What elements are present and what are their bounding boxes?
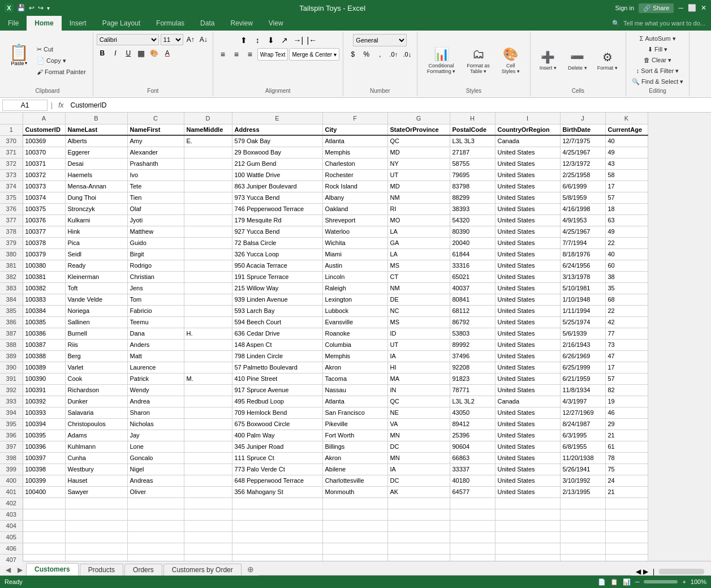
- table-row[interactable]: 403: [0, 509, 648, 520]
- table-cell[interactable]: 917 Spruce Avenue: [232, 384, 322, 396]
- table-row[interactable]: 379100378PicaGuido72 Balsa CircleWichita…: [0, 237, 648, 248]
- table-cell[interactable]: [184, 452, 232, 463]
- table-cell[interactable]: [184, 260, 232, 271]
- table-cell[interactable]: [184, 441, 232, 452]
- table-cell[interactable]: 37496: [450, 350, 495, 362]
- table-row[interactable]: 383100382ToftJens215 Willow WayRaleighNM…: [0, 282, 648, 294]
- table-cell[interactable]: 63: [605, 214, 648, 226]
- table-cell[interactable]: [184, 294, 232, 305]
- table-cell[interactable]: 91823: [450, 373, 495, 384]
- align-center-button[interactable]: ≡: [230, 48, 243, 61]
- text-rotate-button[interactable]: ↗: [278, 34, 291, 46]
- table-cell[interactable]: DE: [387, 294, 450, 305]
- table-cell[interactable]: 100397: [23, 452, 65, 463]
- table-cell[interactable]: ID: [387, 328, 450, 339]
- table-cell[interactable]: 6/26/1969: [560, 350, 605, 362]
- table-cell[interactable]: Desai: [65, 158, 127, 169]
- table-cell[interactable]: 100387: [23, 339, 65, 350]
- table-cell[interactable]: 12/7/1975: [560, 135, 605, 147]
- table-cell[interactable]: [184, 475, 232, 486]
- table-cell[interactable]: Adams: [65, 430, 127, 441]
- table-cell[interactable]: Richardson: [65, 384, 127, 396]
- format-as-table-button[interactable]: 🗂 Format asTable ▾: [462, 45, 494, 76]
- table-row[interactable]: 392100391RichardsonWendy917 Spruce Avenu…: [0, 384, 648, 396]
- fill-button[interactable]: ⬇ Fill ▾: [645, 45, 670, 54]
- table-cell[interactable]: 100383: [23, 294, 65, 305]
- col-header-H[interactable]: H: [450, 113, 495, 124]
- table-cell[interactable]: [65, 509, 127, 520]
- table-cell[interactable]: 40037: [450, 282, 495, 294]
- table-row[interactable]: 374100373Mensa-AnnanTete863 Juniper Boul…: [0, 181, 648, 192]
- table-cell[interactable]: Akron: [322, 452, 387, 463]
- table-cell[interactable]: Sallinen: [65, 316, 127, 328]
- table-cell[interactable]: United States: [495, 350, 560, 362]
- table-cell[interactable]: CustomerID: [23, 124, 65, 135]
- table-cell[interactable]: CurrentAge: [605, 124, 648, 135]
- table-row[interactable]: 393100392DunkerAndrea495 Redbud LoopAtla…: [0, 396, 648, 407]
- table-cell[interactable]: RI: [387, 203, 450, 214]
- table-cell[interactable]: Christian: [127, 271, 184, 282]
- table-cell[interactable]: [322, 509, 387, 520]
- table-cell[interactable]: [184, 384, 232, 396]
- table-cell[interactable]: 29: [605, 418, 648, 430]
- table-cell[interactable]: 33316: [450, 260, 495, 271]
- tab-data[interactable]: Data: [192, 16, 222, 31]
- table-cell[interactable]: 100378: [23, 237, 65, 248]
- clear-button[interactable]: 🗑 Clear ▾: [641, 55, 674, 65]
- table-cell[interactable]: 594 Beech Court: [232, 316, 322, 328]
- border-button[interactable]: ▦: [136, 48, 147, 59]
- table-cell[interactable]: United States: [495, 316, 560, 328]
- table-cell[interactable]: HI: [387, 362, 450, 373]
- table-cell[interactable]: [184, 396, 232, 407]
- table-cell[interactable]: [65, 531, 127, 543]
- table-cell[interactable]: [184, 486, 232, 497]
- table-cell[interactable]: 709 Hemlock Bend: [232, 407, 322, 418]
- table-cell[interactable]: [184, 271, 232, 282]
- font-name-select[interactable]: Calibri: [97, 34, 159, 45]
- tab-view[interactable]: View: [261, 16, 291, 31]
- table-cell[interactable]: 53803: [450, 328, 495, 339]
- table-cell[interactable]: [184, 430, 232, 441]
- table-cell[interactable]: MO: [387, 214, 450, 226]
- table-row[interactable]: 385100384NoriegaFabricio593 Larch BayLub…: [0, 305, 648, 316]
- table-cell[interactable]: NC: [387, 305, 450, 316]
- table-cell[interactable]: 12/3/1972: [560, 158, 605, 169]
- table-cell[interactable]: 1/11/1994: [560, 305, 605, 316]
- table-cell[interactable]: VA: [387, 418, 450, 430]
- table-cell[interactable]: 863 Juniper Boulevard: [232, 181, 322, 192]
- table-cell[interactable]: Hauset: [65, 475, 127, 486]
- table-cell[interactable]: 25396: [450, 430, 495, 441]
- cut-button[interactable]: ✂ Cut: [35, 45, 88, 54]
- table-cell[interactable]: Charleston: [322, 158, 387, 169]
- table-cell[interactable]: Oakland: [322, 203, 387, 214]
- table-cell[interactable]: 746 Pepperwood Terrace: [232, 203, 322, 214]
- table-cell[interactable]: [184, 497, 232, 509]
- table-cell[interactable]: 24: [605, 475, 648, 486]
- table-cell[interactable]: United States: [495, 384, 560, 396]
- table-cell[interactable]: United States: [495, 339, 560, 350]
- table-cell[interactable]: Toft: [65, 282, 127, 294]
- table-cell[interactable]: Nigel: [127, 463, 184, 475]
- table-cell[interactable]: 82: [605, 384, 648, 396]
- table-cell[interactable]: [322, 497, 387, 509]
- tab-insert[interactable]: Insert: [62, 16, 94, 31]
- tab-file[interactable]: File: [0, 16, 27, 31]
- table-cell[interactable]: [560, 531, 605, 543]
- table-cell[interactable]: [184, 237, 232, 248]
- comma-button[interactable]: ,: [374, 48, 386, 61]
- table-cell[interactable]: United States: [495, 248, 560, 260]
- table-cell[interactable]: Jens: [127, 282, 184, 294]
- table-cell[interactable]: Lone: [127, 441, 184, 452]
- table-cell[interactable]: [387, 509, 450, 520]
- table-cell[interactable]: [23, 497, 65, 509]
- table-cell[interactable]: 88299: [450, 192, 495, 203]
- table-row[interactable]: 376100375StronczykOlaf746 Pepperwood Ter…: [0, 203, 648, 214]
- table-cell[interactable]: [184, 520, 232, 531]
- table-cell[interactable]: [127, 543, 184, 554]
- qat-undo[interactable]: ↩: [29, 4, 35, 12]
- table-cell[interactable]: 19: [605, 396, 648, 407]
- table-cell[interactable]: 57: [605, 192, 648, 203]
- table-cell[interactable]: MS: [387, 260, 450, 271]
- table-cell[interactable]: Waterloo: [322, 226, 387, 237]
- table-cell[interactable]: NameLast: [65, 124, 127, 135]
